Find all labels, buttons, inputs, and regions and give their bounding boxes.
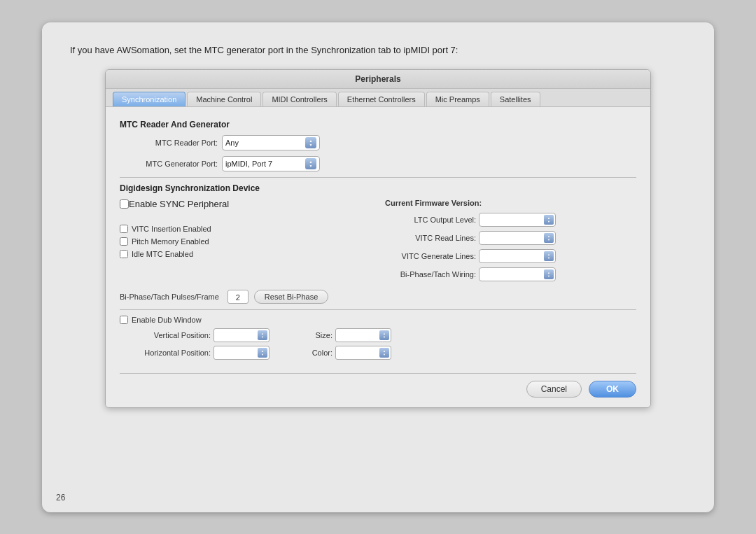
dub-right: Size: Color:: [298, 328, 391, 363]
horizontal-position-select[interactable]: [214, 346, 270, 360]
generator-port-arrow: [305, 158, 316, 169]
vitc-insertion-label: VITC Insertion Enabled: [132, 225, 211, 233]
dialog-title: Peripherals: [355, 74, 400, 84]
tab-bar: Synchronization Machine Control MIDI Con…: [106, 89, 650, 107]
biphase-pulses-row: Bi-Phase/Tach Pulses/Frame 2 Reset Bi-Ph…: [120, 290, 636, 304]
ok-button[interactable]: OK: [589, 381, 636, 398]
biphase-wiring-row: Bi-Phase/Tach Wiring:: [385, 267, 636, 281]
reader-port-label: MTC Reader Port:: [120, 139, 218, 147]
vitc-insertion-row: VITC Insertion Enabled: [120, 225, 371, 233]
color-label: Color:: [298, 349, 332, 357]
pitch-memory-label: Pitch Memory Enabled: [132, 237, 209, 246]
size-label: Size:: [298, 331, 332, 339]
page-number: 26: [56, 493, 65, 503]
horizontal-position-label: Horizontal Position:: [120, 349, 211, 357]
idle-mtc-label: Idle MTC Enabled: [132, 250, 193, 258]
tab-midi-controllers[interactable]: MIDI Controllers: [262, 92, 336, 106]
firmware-label: Current Firmware Version:: [385, 199, 482, 207]
horizontal-position-arrow: [258, 348, 267, 358]
color-row: Color:: [298, 346, 391, 360]
vertical-position-row: Vertical Position:: [120, 328, 270, 342]
vitc-read-arrow: [544, 233, 554, 243]
pitch-memory-row: Pitch Memory Enabled: [120, 237, 371, 246]
reader-port-row: MTC Reader Port: Any: [120, 135, 636, 150]
tab-synchronization[interactable]: Synchronization: [113, 92, 186, 106]
vitc-insertion-checkbox[interactable]: [120, 225, 128, 233]
idle-mtc-row: Idle MTC Enabled: [120, 250, 371, 258]
biphase-wiring-label: Bi-Phase/Tach Wiring:: [385, 270, 476, 279]
dub-controls: Vertical Position: Horizontal Position:: [120, 328, 636, 363]
dialog-titlebar: Peripherals: [106, 70, 650, 89]
vitc-gen-row: VITC Generate Lines:: [385, 249, 636, 263]
enable-sync-label: Enable SYNC Peripheral: [129, 199, 229, 209]
two-col-section: Enable SYNC Peripheral VITC Insertion En…: [120, 199, 636, 286]
enable-sync-row: Enable SYNC Peripheral: [120, 199, 371, 209]
idle-mtc-checkbox[interactable]: [120, 250, 128, 258]
pitch-memory-checkbox[interactable]: [120, 237, 128, 246]
tab-machine-control[interactable]: Machine Control: [187, 92, 261, 106]
vertical-position-arrow: [258, 330, 267, 340]
dialog-window: Peripherals Synchronization Machine Cont…: [105, 69, 651, 408]
enable-dub-label: Enable Dub Window: [132, 316, 202, 324]
reader-port-arrow: [305, 137, 316, 148]
page-container: If you have AWSomation, set the MTC gene…: [42, 22, 714, 512]
tab-mic-preamps[interactable]: Mic Preamps: [426, 92, 489, 106]
vitc-gen-label: VITC Generate Lines:: [385, 252, 476, 260]
ltc-row: LTC Output Level:: [385, 213, 636, 227]
right-col: Current Firmware Version: LTC Output Lev…: [378, 199, 636, 286]
enable-sync-checkbox[interactable]: [120, 199, 129, 209]
firmware-row: Current Firmware Version:: [385, 199, 636, 207]
generator-port-row: MTC Generator Port: ipMIDI, Port 7: [120, 156, 636, 171]
instruction-text: If you have AWSomation, set the MTC gene…: [70, 43, 686, 57]
vitc-gen-select[interactable]: [479, 249, 556, 263]
tab-satellites[interactable]: Satellites: [491, 92, 540, 106]
size-arrow: [379, 330, 389, 340]
enable-dub-checkbox[interactable]: [120, 316, 128, 324]
reader-port-select[interactable]: Any: [222, 135, 320, 150]
dub-left: Vertical Position: Horizontal Position:: [120, 328, 270, 363]
vitc-gen-arrow: [544, 251, 554, 261]
ltc-select[interactable]: [479, 213, 556, 227]
vertical-position-label: Vertical Position:: [120, 331, 211, 339]
biphase-wiring-select[interactable]: [479, 267, 556, 281]
section-separator-1: [120, 177, 636, 178]
vitc-read-select[interactable]: [479, 231, 556, 245]
tab-ethernet-controllers[interactable]: Ethernet Controllers: [338, 92, 425, 106]
bottom-buttons-row: Cancel OK: [120, 373, 636, 398]
vitc-read-row: VITC Read Lines:: [385, 231, 636, 245]
biphase-wiring-arrow: [544, 269, 554, 279]
enable-dub-row: Enable Dub Window: [120, 316, 636, 324]
dialog-body: MTC Reader And Generator MTC Reader Port…: [106, 107, 650, 407]
generator-port-select[interactable]: ipMIDI, Port 7: [222, 156, 320, 171]
reader-port-value: Any: [225, 139, 239, 147]
cancel-button[interactable]: Cancel: [526, 381, 582, 398]
vitc-read-label: VITC Read Lines:: [385, 234, 476, 242]
color-arrow: [379, 348, 389, 358]
size-row: Size:: [298, 328, 391, 342]
reset-biphase-button[interactable]: Reset Bi-Phase: [254, 290, 328, 304]
biphase-number: 2: [227, 290, 248, 304]
mtc-section-title: MTC Reader And Generator: [120, 120, 636, 129]
size-select[interactable]: [335, 328, 391, 342]
biphase-pulses-label: Bi-Phase/Tach Pulses/Frame: [120, 293, 219, 301]
digi-section-title: Digidesign Synchronization Device: [120, 183, 636, 193]
vertical-position-select[interactable]: [214, 328, 270, 342]
generator-port-value: ipMIDI, Port 7: [225, 160, 272, 168]
generator-port-label: MTC Generator Port:: [120, 160, 218, 168]
left-col: Enable SYNC Peripheral VITC Insertion En…: [120, 199, 378, 286]
ltc-label: LTC Output Level:: [385, 216, 476, 224]
color-select[interactable]: [335, 346, 391, 360]
horizontal-position-row: Horizontal Position:: [120, 346, 270, 360]
ltc-arrow: [544, 215, 554, 225]
section-separator-2: [120, 309, 636, 310]
